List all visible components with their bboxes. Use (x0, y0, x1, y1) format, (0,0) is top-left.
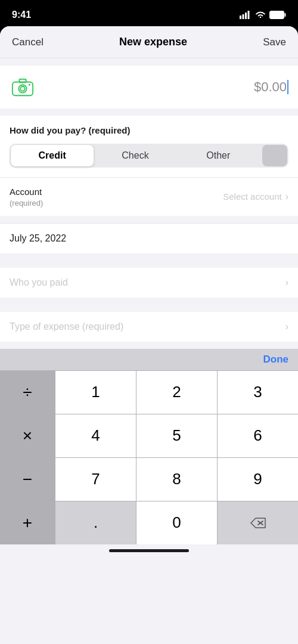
section-gap-1 (0, 109, 298, 116)
key-0[interactable]: 0 (136, 501, 217, 544)
account-select-area[interactable]: Select account › (223, 191, 288, 202)
svg-rect-6 (13, 82, 33, 95)
save-button[interactable]: Save (263, 36, 286, 48)
who-paid-row[interactable]: Who you paid › (0, 268, 298, 298)
section-gap-2 (0, 216, 298, 223)
key-8[interactable]: 8 (136, 458, 217, 501)
key-decimal[interactable]: . (55, 501, 136, 544)
keyboard-done-bar: Done (0, 349, 298, 371)
key-6[interactable]: 6 (218, 414, 298, 457)
svg-rect-1 (243, 14, 244, 19)
key-multiply[interactable]: × (0, 414, 55, 457)
who-paid-section: Who you paid › (0, 268, 298, 298)
page-title: New expense (119, 36, 187, 48)
svg-rect-0 (240, 16, 241, 19)
who-paid-label: Who you paid (10, 277, 68, 288)
key-9[interactable]: 9 (218, 458, 298, 501)
done-button[interactable]: Done (263, 354, 289, 366)
status-time: 9:41 (12, 10, 31, 20)
payment-option-cash[interactable] (262, 145, 287, 166)
payment-question-label: How did you pay? (required) (10, 125, 288, 135)
section-gap-3 (0, 253, 298, 261)
home-indicator-area (0, 544, 298, 559)
wifi-icon (255, 11, 266, 19)
amount-input-area[interactable]: $0.00 (43, 79, 288, 95)
status-bar: 9:41 (0, 0, 298, 26)
account-label-sub: (required) (10, 199, 43, 208)
expense-type-label: Type of expense (required) (10, 321, 123, 332)
status-icons (240, 11, 286, 19)
signal-icon (240, 11, 252, 19)
svg-rect-5 (285, 13, 286, 17)
battery-icon (269, 11, 286, 19)
numeric-keyboard: ÷ 1 2 3 × 4 5 6 − 7 8 (0, 371, 298, 544)
account-placeholder: Select account (223, 191, 281, 202)
key-add[interactable]: + (0, 501, 55, 544)
key-7[interactable]: 7 (55, 458, 136, 501)
amount-display: $0.00 (254, 79, 287, 95)
account-label-main: Account (10, 186, 43, 198)
expense-type-chevron-icon: › (285, 321, 288, 332)
home-indicator-bar (109, 549, 189, 552)
camera-button[interactable] (10, 74, 36, 100)
svg-rect-4 (270, 11, 284, 19)
svg-point-8 (20, 86, 25, 91)
camera-icon (11, 76, 34, 98)
nav-bar: Cancel New expense Save (0, 26, 298, 58)
svg-rect-9 (19, 79, 26, 83)
payment-toggle: Credit Check Other (10, 144, 288, 168)
backspace-icon (250, 517, 266, 529)
text-cursor (287, 80, 288, 94)
amount-section: $0.00 (0, 66, 298, 109)
who-paid-chevron-icon: › (285, 277, 288, 288)
key-subtract[interactable]: − (0, 458, 55, 501)
key-1[interactable]: 1 (55, 371, 136, 414)
cancel-button[interactable]: Cancel (12, 36, 44, 48)
expense-type-row[interactable]: Type of expense (required) › (0, 312, 298, 342)
key-5[interactable]: 5 (136, 414, 217, 457)
payment-option-credit[interactable]: Credit (11, 145, 94, 166)
account-label: Account (required) (10, 186, 43, 208)
section-gap-4 (0, 298, 298, 305)
expense-type-section: Type of expense (required) › (0, 312, 298, 342)
key-3[interactable]: 3 (218, 371, 298, 414)
date-row[interactable]: July 25, 2022 (0, 223, 298, 253)
key-2[interactable]: 2 (136, 371, 217, 414)
account-row[interactable]: Account (required) Select account › (0, 177, 298, 216)
key-backspace[interactable] (218, 501, 298, 544)
key-4[interactable]: 4 (55, 414, 136, 457)
date-display: July 25, 2022 (10, 233, 66, 243)
app-container: Cancel New expense Save $0.00 How did yo… (0, 26, 298, 644)
svg-point-10 (29, 84, 30, 86)
key-divide[interactable]: ÷ (0, 371, 55, 414)
payment-option-check[interactable]: Check (94, 145, 176, 166)
svg-rect-2 (245, 13, 247, 19)
section-gap-5 (0, 342, 298, 349)
svg-rect-3 (248, 11, 250, 19)
payment-section: How did you pay? (required) Credit Check… (0, 116, 298, 177)
payment-option-other[interactable]: Other (177, 145, 260, 166)
account-chevron-icon: › (285, 191, 288, 202)
